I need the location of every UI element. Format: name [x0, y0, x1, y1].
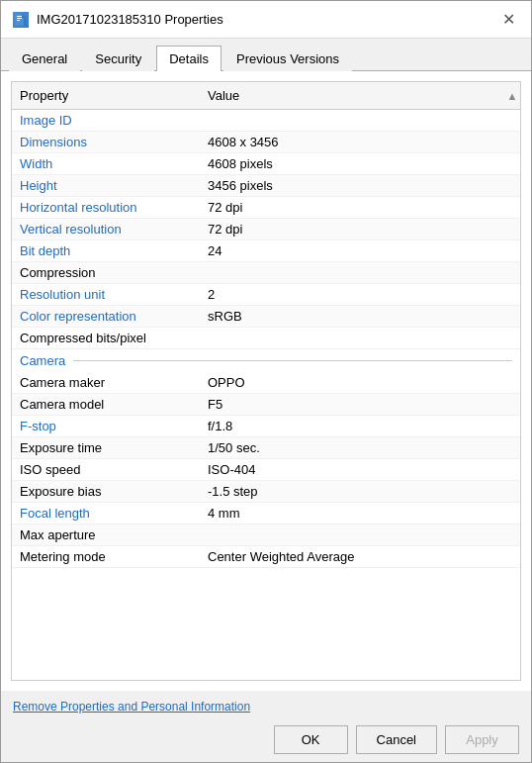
table-row: Max aperture	[12, 525, 520, 546]
val-v-resolution: 72 dpi	[200, 220, 520, 238]
table-row: Image ID	[12, 110, 520, 132]
val-exposure-bias: -1.5 step	[200, 482, 520, 501]
camera-section-label: Camera	[20, 353, 65, 368]
prop-camera-model: Camera model	[12, 395, 200, 414]
remove-link-text[interactable]: Remove Properties and Personal Informati…	[13, 698, 250, 715]
table-row: Bit depth 24	[12, 240, 520, 262]
svg-rect-2	[17, 18, 22, 19]
table-row: F-stop f/1.8	[12, 416, 520, 437]
val-image-id	[200, 119, 520, 123]
prop-max-aperture: Max aperture	[12, 525, 200, 544]
table-row: Height 3456 pixels	[12, 175, 520, 197]
val-metering-mode: Center Weighted Average	[200, 547, 520, 566]
val-compressed-bits	[200, 336, 520, 340]
prop-exposure-time: Exposure time	[12, 438, 200, 457]
table-row: Width 4608 pixels	[12, 153, 520, 175]
tab-security[interactable]: Security	[82, 46, 154, 71]
val-max-aperture	[200, 533, 520, 537]
val-compression	[200, 271, 520, 275]
val-iso: ISO-404	[200, 460, 520, 479]
prop-image-id: Image ID	[12, 111, 200, 130]
section-divider	[73, 360, 512, 361]
remove-link[interactable]: Remove Properties and Personal Informati…	[13, 699, 519, 714]
table-row: Exposure time 1/50 sec.	[12, 437, 520, 459]
prop-compressed-bits: Compressed bits/pixel	[12, 329, 200, 347]
table-row: ISO speed ISO-404	[12, 459, 520, 481]
properties-table: Property Value ▲ Image ID Dimensions 460…	[11, 81, 521, 681]
prop-v-resolution: Vertical resolution	[12, 220, 200, 238]
prop-h-resolution: Horizontal resolution	[12, 198, 200, 217]
window-title: IMG20171023185310 Properties	[37, 12, 223, 27]
val-res-unit: 2	[200, 285, 520, 304]
prop-exposure-bias: Exposure bias	[12, 482, 200, 501]
close-button[interactable]: ✕	[497, 9, 519, 31]
table-row: Compression	[12, 262, 520, 284]
file-icon	[13, 12, 29, 28]
val-fstop: f/1.8	[200, 417, 520, 435]
prop-res-unit: Resolution unit	[12, 285, 200, 304]
table-row: Camera model F5	[12, 394, 520, 416]
tabs-bar: General Security Details Previous Versio…	[1, 39, 531, 71]
val-camera-maker: OPPO	[200, 373, 520, 392]
val-dimensions: 4608 x 3456	[200, 133, 520, 151]
val-height: 3456 pixels	[200, 176, 520, 195]
camera-section-header: Camera	[12, 349, 520, 372]
title-bar: IMG20171023185310 Properties ✕	[1, 1, 531, 39]
table-row: Horizontal resolution 72 dpi	[12, 197, 520, 219]
svg-rect-3	[17, 20, 20, 21]
val-width: 4608 pixels	[200, 154, 520, 173]
header-property: Property	[12, 86, 200, 105]
table-row: Focal length 4 mm	[12, 503, 520, 525]
properties-dialog: IMG20171023185310 Properties ✕ General S…	[0, 0, 532, 763]
table-row: Compressed bits/pixel	[12, 328, 520, 349]
table-row: Dimensions 4608 x 3456	[12, 132, 520, 153]
prop-fstop: F-stop	[12, 417, 200, 435]
val-focal-length: 4 mm	[200, 504, 520, 523]
val-bit-depth: 24	[200, 241, 520, 260]
val-camera-model: F5	[200, 395, 520, 414]
title-bar-left: IMG20171023185310 Properties	[13, 12, 223, 28]
prop-compression: Compression	[12, 263, 200, 282]
footer: Remove Properties and Personal Informati…	[1, 691, 531, 762]
prop-camera-maker: Camera maker	[12, 373, 200, 392]
table-row: Color representation sRGB	[12, 306, 520, 328]
table-body[interactable]: Image ID Dimensions 4608 x 3456 Width 46…	[12, 110, 520, 680]
table-row: Camera maker OPPO	[12, 372, 520, 394]
prop-iso: ISO speed	[12, 460, 200, 479]
prop-focal-length: Focal length	[12, 504, 200, 523]
prop-dimensions: Dimensions	[12, 133, 200, 151]
ok-button[interactable]: OK	[274, 725, 348, 754]
table-row: Metering mode Center Weighted Average	[12, 546, 520, 568]
svg-rect-1	[17, 16, 22, 17]
table-row: Resolution unit 2	[12, 284, 520, 306]
prop-metering-mode: Metering mode	[12, 547, 200, 566]
tab-previous-versions[interactable]: Previous Versions	[223, 46, 352, 71]
table-row: Vertical resolution 72 dpi	[12, 219, 520, 240]
main-content: Property Value ▲ Image ID Dimensions 460…	[1, 71, 531, 691]
val-color-rep: sRGB	[200, 307, 520, 326]
table-row: Exposure bias -1.5 step	[12, 481, 520, 503]
cancel-button[interactable]: Cancel	[356, 725, 437, 754]
prop-width: Width	[12, 154, 200, 173]
footer-buttons: OK Cancel Apply	[13, 721, 519, 754]
apply-button[interactable]: Apply	[445, 725, 519, 754]
tab-general[interactable]: General	[9, 46, 80, 71]
prop-height: Height	[12, 176, 200, 195]
prop-color-rep: Color representation	[12, 307, 200, 326]
val-exposure-time: 1/50 sec.	[200, 438, 520, 457]
sort-icon: ▲	[504, 86, 520, 105]
tab-details[interactable]: Details	[156, 46, 222, 71]
table-header: Property Value ▲	[12, 82, 520, 110]
header-value: Value	[200, 86, 504, 105]
prop-bit-depth: Bit depth	[12, 241, 200, 260]
val-h-resolution: 72 dpi	[200, 198, 520, 217]
